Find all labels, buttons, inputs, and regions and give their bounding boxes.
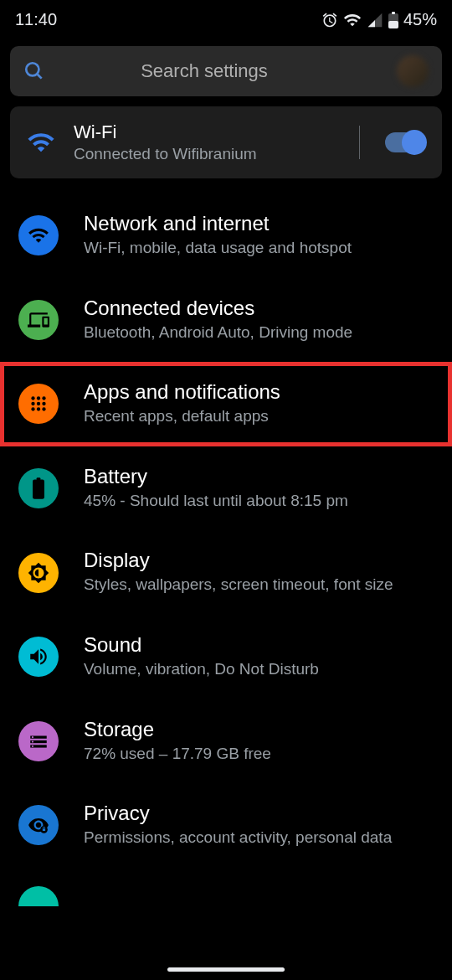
item-subtitle: Styles, wallpapers, screen timeout, font… [84,574,434,596]
battery-percent: 45% [403,10,437,29]
svg-point-9 [37,402,40,405]
settings-item-display[interactable]: Display Styles, wallpapers, screen timeo… [0,530,452,615]
settings-list: Network and internet Wi-Fi, mobile, data… [0,193,452,906]
svg-point-10 [42,402,45,405]
svg-rect-15 [37,477,41,481]
item-title: Display [84,549,434,572]
svg-point-5 [31,397,34,400]
svg-rect-1 [388,21,398,28]
item-text: Connected devices Bluetooth, Android Aut… [84,297,434,344]
search-placeholder: Search settings [25,60,383,82]
wifi-text: Wi-Fi Connected to Wifibranium [74,121,341,163]
settings-item-sound[interactable]: Sound Volume, vibration, Do Not Disturb [0,615,452,699]
item-subtitle: Wi-Fi, mobile, data usage and hotspot [84,237,434,260]
alarm-icon [321,12,338,28]
item-subtitle: Recent apps, default apps [84,405,434,428]
item-title: Connected devices [84,297,434,320]
signal-icon [367,12,383,28]
storage-icon [18,721,59,761]
wifi-toggle[interactable] [385,132,425,152]
settings-item-location-partial[interactable] [0,868,452,906]
item-title: Storage [84,718,434,741]
item-text: Apps and notifications Recent apps, defa… [84,380,434,428]
status-bar: 11:40 45% [0,0,452,36]
status-time: 11:40 [15,10,57,29]
svg-rect-14 [33,480,44,499]
svg-point-7 [42,397,45,400]
wifi-quick-card[interactable]: Wi-Fi Connected to Wifibranium [10,106,442,178]
item-title: Network and internet [84,212,434,235]
svg-rect-23 [43,829,45,832]
divider [359,126,360,159]
battery-icon [388,12,398,28]
location-icon [18,886,59,906]
svg-point-12 [37,408,40,411]
settings-item-connected-devices[interactable]: Connected devices Bluetooth, Android Aut… [0,278,452,363]
item-subtitle: 45% - Should last until about 8:15 pm [84,490,434,513]
item-subtitle: Permissions, account activity, personal … [84,827,434,849]
search-bar[interactable]: Search settings [10,46,442,96]
item-subtitle: 72% used – 17.79 GB free [84,743,434,766]
item-subtitle: Volume, vibration, Do Not Disturb [84,658,434,681]
devices-icon [18,300,59,340]
svg-point-8 [31,402,34,405]
svg-point-6 [37,397,40,400]
battery-icon [18,468,59,508]
apps-icon [18,384,59,424]
settings-item-apps[interactable]: Apps and notifications Recent apps, defa… [0,362,452,446]
item-title: Sound [84,633,434,657]
item-subtitle: Bluetooth, Android Auto, Driving mode [84,322,434,344]
item-title: Battery [84,465,434,488]
svg-point-19 [32,736,33,738]
item-text: Sound Volume, vibration, Do Not Disturb [84,633,434,681]
settings-item-network[interactable]: Network and internet Wi-Fi, mobile, data… [0,193,452,278]
network-icon [18,215,59,255]
item-text: Network and internet Wi-Fi, mobile, data… [84,212,434,260]
svg-point-11 [31,408,34,411]
svg-rect-2 [392,12,395,14]
brightness-icon [18,553,59,593]
item-text: Battery 45% - Should last until about 8:… [84,465,434,513]
status-icons: 45% [321,10,437,29]
item-title: Apps and notifications [84,380,434,404]
item-title: Privacy [84,802,434,825]
sound-icon [18,637,59,677]
wifi-status-icon [343,11,362,29]
settings-item-battery[interactable]: Battery 45% - Should last until about 8:… [0,446,452,531]
avatar[interactable] [397,55,429,87]
privacy-icon [18,805,59,845]
wifi-subtitle: Connected to Wifibranium [74,145,341,163]
item-text: Storage 72% used – 17.79 GB free [84,718,434,766]
item-text: Display Styles, wallpapers, screen timeo… [84,549,434,596]
navigation-bar[interactable] [167,967,285,972]
svg-point-13 [42,408,45,411]
wifi-title: Wi-Fi [74,121,341,143]
settings-item-privacy[interactable]: Privacy Permissions, account activity, p… [0,783,452,868]
svg-point-21 [32,745,33,747]
toggle-knob [402,130,427,155]
svg-point-20 [32,740,33,742]
settings-item-storage[interactable]: Storage 72% used – 17.79 GB free [0,699,452,784]
item-text: Privacy Permissions, account activity, p… [84,802,434,849]
wifi-icon [27,128,55,157]
